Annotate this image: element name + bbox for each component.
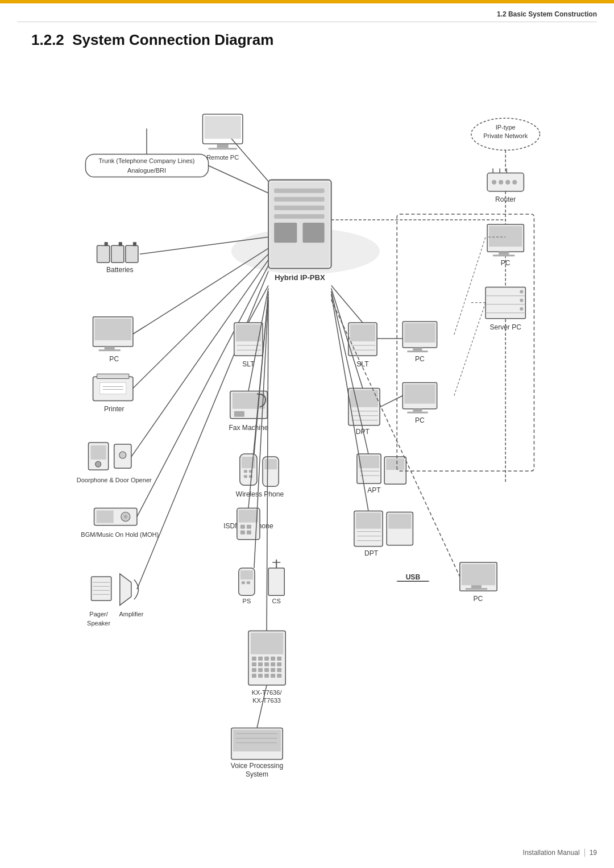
svg-text:PC: PC [415,416,425,424]
svg-text:Amplifier: Amplifier [119,611,143,617]
svg-rect-96 [236,324,261,341]
svg-rect-194 [258,674,263,678]
section-label: 1.2 Basic System Construction [497,10,597,18]
svg-rect-189 [258,668,263,672]
svg-rect-115 [234,411,244,417]
svg-rect-127 [413,409,422,412]
svg-rect-38 [499,252,509,254]
svg-rect-53 [126,245,138,262]
svg-text:APT: APT [367,486,381,494]
svg-text:IP-type: IP-type [496,124,516,131]
svg-text:Speaker: Speaker [87,620,110,627]
svg-rect-214 [471,585,482,588]
svg-rect-155 [247,531,251,535]
svg-point-25 [492,180,496,185]
svg-rect-184 [258,662,263,666]
svg-point-27 [505,180,510,185]
svg-rect-51 [97,245,110,262]
svg-rect-108 [404,323,435,343]
svg-rect-114 [233,393,265,409]
svg-rect-177 [251,633,283,654]
svg-point-82 [124,515,127,519]
svg-text:Analogue/BRI: Analogue/BRI [127,167,166,174]
svg-rect-187 [277,662,281,666]
top-rule [17,22,597,22]
svg-rect-158 [356,513,381,529]
footer-manual-label: Installation Manual [523,849,580,857]
svg-text:CS: CS [272,598,280,604]
svg-text:Voice Processing: Voice Processing [231,762,283,770]
svg-rect-128 [407,412,428,414]
svg-text:Doorphone & Door Opener: Doorphone & Door Opener [77,477,152,483]
svg-text:BGM/Music On Hold (MOH): BGM/Music On Hold (MOH) [81,531,159,538]
svg-rect-109 [413,348,422,350]
svg-text:Fax Machine: Fax Machine [229,424,268,432]
svg-rect-191 [271,668,275,672]
svg-text:PS: PS [243,598,251,604]
svg-line-218 [454,303,486,396]
svg-text:Printer: Printer [104,405,124,413]
svg-rect-55 [119,242,122,246]
svg-marker-90 [120,574,131,605]
svg-point-47 [520,299,523,302]
svg-rect-110 [407,350,428,352]
svg-rect-60 [95,319,131,340]
svg-rect-178 [252,657,256,661]
svg-text:DPT: DPT [364,549,379,557]
svg-rect-183 [252,662,256,666]
footer: Installation Manual 19 [523,849,597,857]
svg-rect-192 [277,668,281,672]
svg-text:USB: USB [406,573,421,581]
svg-text:Wireless Phone: Wireless Phone [236,490,284,498]
svg-text:Pager/: Pager/ [89,611,108,617]
svg-rect-56 [133,242,136,246]
svg-text:PC: PC [501,259,511,267]
svg-line-217 [454,237,486,335]
svg-rect-146 [386,458,404,470]
svg-text:System: System [246,770,268,778]
svg-rect-181 [271,657,275,661]
svg-text:Server PC: Server PC [489,323,521,331]
svg-rect-190 [264,668,269,672]
page-title: 1.2.2 System Connection Diagram [31,31,273,49]
svg-rect-85 [92,577,111,600]
svg-text:Remote PC: Remote PC [206,154,239,161]
svg-rect-151 [239,510,258,523]
svg-rect-202 [233,729,281,751]
svg-rect-185 [264,662,269,666]
svg-point-76 [119,452,126,458]
svg-point-48 [520,307,523,311]
svg-rect-152 [240,525,245,529]
svg-text:Trunk (Telephone Company Lines: Trunk (Telephone Company Lines) [98,157,194,164]
svg-line-130 [380,396,403,407]
svg-rect-196 [271,674,275,678]
svg-rect-136 [249,475,252,478]
svg-text:Batteries: Batteries [106,266,134,274]
svg-text:PC: PC [474,595,483,603]
top-bar [0,0,614,3]
svg-rect-18 [274,223,297,243]
svg-rect-19 [302,223,324,243]
svg-rect-213 [462,564,495,585]
svg-rect-42 [486,287,525,319]
svg-rect-52 [111,245,124,262]
svg-rect-197 [277,674,281,678]
svg-rect-163 [388,514,411,529]
svg-line-148 [331,291,368,454]
system-diagram: Trunk (Telephone Company Lines) Analogue… [31,74,597,823]
svg-rect-37 [489,226,522,247]
svg-rect-8 [205,116,241,139]
svg-rect-65 [97,374,129,378]
svg-rect-195 [264,674,269,678]
svg-text:PC: PC [415,355,425,363]
footer-page-number: 19 [590,849,597,857]
svg-text:KX-T7633: KX-T7633 [252,697,281,704]
svg-text:Private Network: Private Network [483,132,528,139]
svg-rect-193 [252,674,256,678]
svg-rect-102 [350,324,375,341]
svg-line-4 [209,166,277,197]
svg-rect-10 [209,148,237,149]
svg-rect-39 [493,254,515,256]
svg-text:PC: PC [109,355,119,363]
svg-rect-142 [359,456,379,468]
